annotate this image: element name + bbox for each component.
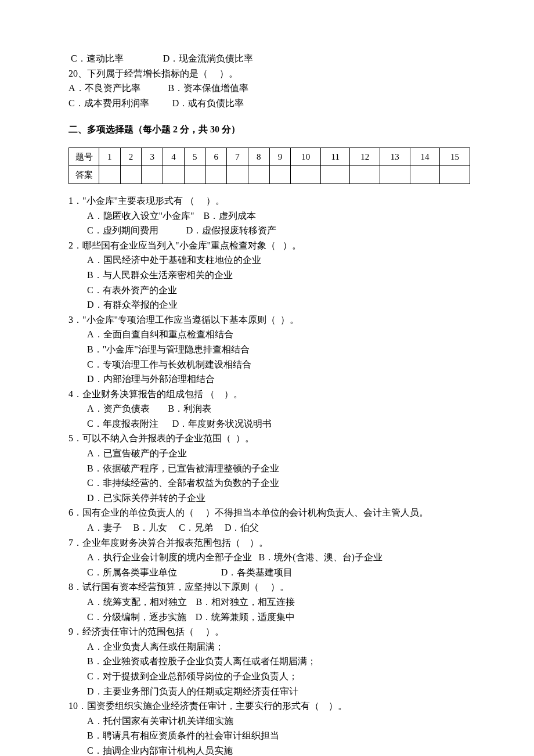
q9-option-c: C．对于提拔到企业总部领导岗位的子企业负责人； — [68, 669, 470, 684]
ans-13 — [380, 165, 410, 183]
ans-14 — [410, 165, 440, 183]
ans-5 — [184, 165, 205, 183]
q2-option-a: A．国民经济中处于基础和支柱地位的企业 — [68, 253, 470, 268]
q8-option-cd: C．分级编制，逐步实施 D．统筹兼顾，适度集中 — [68, 610, 470, 625]
col-12: 12 — [350, 147, 380, 165]
q9-stem: 9．经济责任审计的范围包括（ ）。 — [68, 624, 470, 639]
col-1: 1 — [99, 147, 121, 165]
col-6: 6 — [205, 147, 227, 165]
q7-option-ab: A．执行企业会计制度的境内全部子企业 B．境外(含港、澳、台)子企业 — [68, 550, 470, 565]
q10-stem: 10．国资委组织实施企业经济责任审计，主要实行的形式有（ ）。 — [68, 699, 470, 714]
q5-stem: 5．可以不纳入合并报表的子企业范围（ ）。 — [68, 431, 470, 446]
ans-2 — [120, 165, 142, 183]
q5-option-d: D．已实际关停并转的子企业 — [68, 491, 470, 506]
col-5: 5 — [184, 147, 205, 165]
q10-option-a: A．托付国家有关审计机关详细实施 — [68, 714, 470, 729]
q8-option-ab: A．统筹支配，相对独立 B．相对独立，相互连接 — [68, 595, 470, 610]
q6-options: A．妻子 B．儿女 C．兄弟 D．伯父 — [68, 520, 470, 535]
q3-option-c: C．专项治理工作与长效机制建设相结合 — [68, 357, 470, 372]
ans-11 — [320, 165, 350, 183]
q9-option-d: D．主要业务部门负责人的任期或定期经济责任审计 — [68, 684, 470, 699]
q3-option-b: B．"小金库"治理与管理隐患排查相结合 — [68, 342, 470, 357]
q2-option-c: C．有表外资产的企业 — [68, 283, 470, 298]
q10-option-b: B．聘请具有相应资质条件的社会审计组织担当 — [68, 728, 470, 743]
q20-stem: 20、下列属于经营增长指标的是（ ）。 — [68, 66, 470, 81]
row-label-answer: 答案 — [69, 165, 99, 183]
q-prev-option-cd: C．速动比率 D．现金流淌负债比率 — [68, 51, 470, 66]
col-7: 7 — [227, 147, 248, 165]
col-4: 4 — [163, 147, 185, 165]
q10-option-c: C．抽调企业内部审计机构人员实施 — [68, 743, 470, 756]
q9-option-a: A．企业负责人离任或任期届满； — [68, 639, 470, 654]
col-11: 11 — [320, 147, 350, 165]
q3-stem: 3．"小金库"专项治理工作应当遵循以下基本原则（ ）。 — [68, 312, 470, 327]
q2-option-b: B．与人民群众生活亲密相关的企业 — [68, 268, 470, 283]
col-9: 9 — [269, 147, 291, 165]
q1-option-cd: C．虚列期间费用 D．虚假报废转移资产 — [68, 223, 470, 238]
ans-7 — [227, 165, 248, 183]
col-14: 14 — [410, 147, 440, 165]
q8-stem: 8．试行国有资本经营预算，应坚持以下原则（ ）。 — [68, 579, 470, 595]
q5-option-c: C．非持续经营的、全部者权益为负数的子企业 — [68, 476, 470, 491]
ans-9 — [269, 165, 291, 183]
q2-stem: 2．哪些国有企业应当列入"小金库"重点检查对象（ ）。 — [68, 238, 470, 253]
col-8: 8 — [248, 147, 269, 165]
q7-option-cd: C．所属各类事业单位 D．各类基建项目 — [68, 565, 470, 580]
q5-option-a: A．已宣告破产的子企业 — [68, 446, 470, 461]
q4-option-ab: A．资产负债表 B．利润表 — [68, 401, 470, 416]
ans-1 — [99, 165, 121, 183]
col-3: 3 — [142, 147, 163, 165]
q6-stem: 6．国有企业的单位负责人的（ ）不得担当本单位的会计机构负责人、会计主管人员。 — [68, 505, 470, 520]
q1-option-ab: A．隐匿收入设立"小金库" B．虚列成本 — [68, 208, 470, 224]
col-13: 13 — [380, 147, 410, 165]
ans-3 — [142, 165, 163, 183]
col-15: 15 — [440, 147, 470, 165]
q4-option-cd: C．年度报表附注 D．年度财务状况说明书 — [68, 416, 470, 431]
section2-title: 二、多项选择题（每小题 2 分，共 30 分） — [68, 122, 470, 137]
q3-option-d: D．内部治理与外部治理相结合 — [68, 372, 470, 387]
ans-8 — [248, 165, 269, 183]
table-row-answers: 答案 — [69, 165, 470, 183]
ans-6 — [205, 165, 227, 183]
q20-option-ab: A．不良资产比率 B．资本保值增值率 — [68, 81, 470, 96]
q5-option-b: B．依据破产程序，已宣告被清理整顿的子企业 — [68, 461, 470, 476]
answer-table: 题号 1 2 3 4 5 6 7 8 9 10 11 12 13 14 15 答… — [68, 147, 470, 184]
ans-12 — [350, 165, 380, 183]
q9-option-b: B．企业独资或者控股子企业负责人离任或者任期届满； — [68, 654, 470, 669]
ans-15 — [440, 165, 470, 183]
table-row-header: 题号 1 2 3 4 5 6 7 8 9 10 11 12 13 14 15 — [69, 147, 470, 165]
q1-stem: 1．"小金库"主要表现形式有 （ ）。 — [68, 193, 470, 208]
row-label-number: 题号 — [69, 147, 99, 165]
q3-option-a: A．全面自查自纠和重点检查相结合 — [68, 327, 470, 342]
q20-option-cd: C．成本费用利润率 D．或有负债比率 — [68, 96, 470, 111]
ans-4 — [163, 165, 185, 183]
q4-stem: 4．企业财务决算报告的组成包括 （ ）。 — [68, 387, 470, 402]
ans-10 — [291, 165, 321, 183]
col-10: 10 — [291, 147, 321, 165]
q2-option-d: D．有群众举报的企业 — [68, 297, 470, 312]
q7-stem: 7．企业年度财务决算合并报表范围包括（ ）。 — [68, 535, 470, 550]
col-2: 2 — [120, 147, 142, 165]
